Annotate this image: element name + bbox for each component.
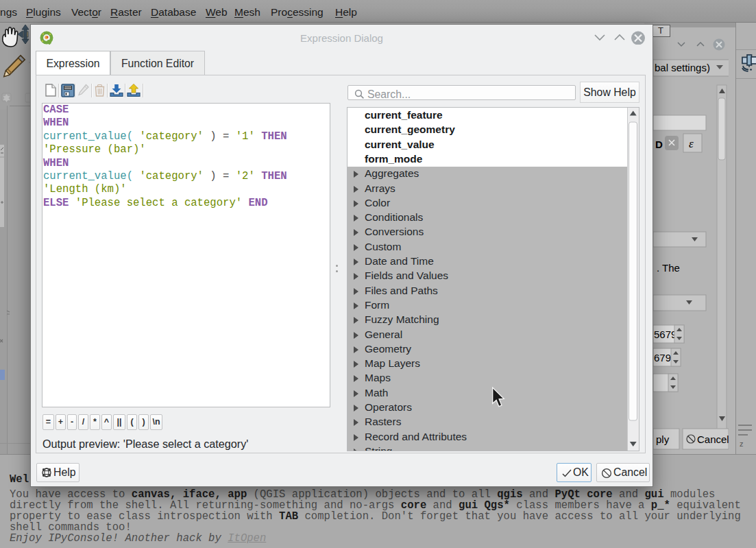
svg-text:5679: 5679	[654, 329, 676, 340]
svg-text:679: 679	[654, 352, 671, 364]
svg-text:z: z	[740, 440, 744, 448]
svg-text:D: D	[655, 139, 663, 150]
svg-text:ply: ply	[656, 433, 670, 445]
svg-text:bal settings): bal settings)	[655, 62, 710, 73]
svg-text:. The: . The	[657, 262, 680, 274]
svg-text:ε: ε	[689, 137, 694, 150]
svg-text:Cancel: Cancel	[697, 433, 729, 445]
